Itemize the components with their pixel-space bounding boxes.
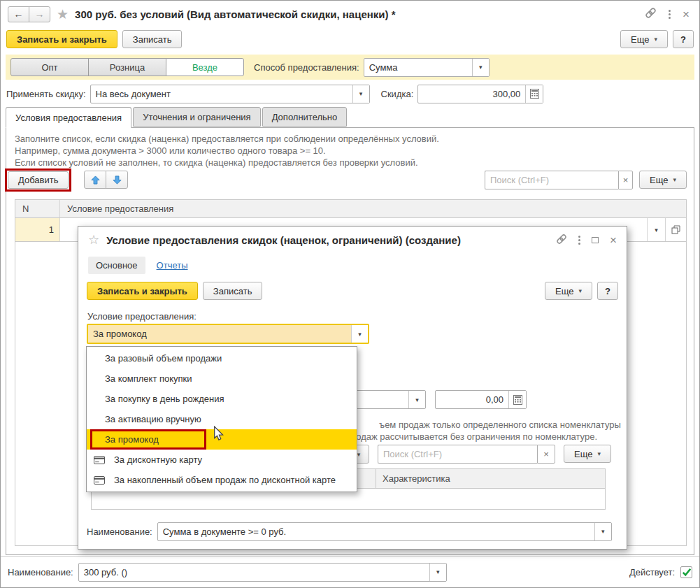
characteristic-column-header[interactable]: Характеристика: [376, 468, 606, 489]
scope-strip: Опт Розница Везде Способ предоставления:…: [6, 55, 694, 80]
dropdown-arrow-icon: ▾: [655, 227, 658, 234]
table-header: N Условие предоставления: [15, 199, 687, 218]
mouse-cursor-icon: [212, 426, 225, 443]
scope-option-opt[interactable]: Опт: [10, 58, 89, 76]
clear-search-button[interactable]: ×: [618, 171, 633, 189]
arrow-down-icon: [113, 175, 122, 185]
favorite-star-icon[interactable]: ★: [57, 8, 69, 21]
close-icon[interactable]: ×: [683, 8, 690, 20]
add-button[interactable]: Добавить: [8, 171, 69, 189]
row-number-cell: 1: [15, 218, 60, 241]
help-button[interactable]: ?: [673, 30, 694, 48]
scope-option-vezde[interactable]: Везде: [166, 58, 244, 76]
link-icon[interactable]: [645, 7, 657, 21]
dropdown-arrow-icon: ▾: [597, 450, 601, 457]
forward-arrow-icon: →: [35, 8, 45, 20]
dialog-help-button[interactable]: ?: [597, 282, 618, 300]
move-down-button[interactable]: [106, 171, 128, 189]
hint-line: Если список условий не заполнен, то скид…: [15, 157, 687, 168]
hint-line: Например, сумма документа > 3000 или кол…: [15, 145, 687, 157]
forward-button[interactable]: →: [29, 6, 50, 22]
menu-dots-icon[interactable]: [578, 236, 580, 245]
clear-search-button[interactable]: ×: [537, 445, 555, 464]
back-button[interactable]: ←: [8, 6, 29, 22]
more-button[interactable]: Еще▾: [620, 30, 668, 48]
dropdown-arrow-icon[interactable]: ▾: [408, 391, 425, 408]
discount-field[interactable]: 300,00: [417, 85, 543, 103]
cell-open-button[interactable]: [665, 218, 686, 241]
dialog-hint-fragment: ъем продаж только определенного списка н…: [379, 420, 621, 430]
dropdown-arrow-icon[interactable]: ▾: [352, 85, 369, 103]
nav-tab-otchety[interactable]: Отчеты: [157, 260, 188, 271]
dialog-hint-fragment: родаж рассчитывается без ограничения по …: [351, 431, 597, 442]
conditions-hint: Заполните список, если скидка (наценка) …: [6, 128, 694, 168]
calculator-icon: [513, 395, 522, 405]
main-footer: Наименование: 300 руб. () ▾ Действует:: [1, 556, 699, 587]
calculator-icon: [530, 89, 539, 99]
main-command-bar: Записать и закрыть Записать Еще▾ ?: [6, 29, 694, 50]
discount-card-icon: [94, 456, 105, 464]
link-icon[interactable]: [556, 234, 567, 247]
column-header-condition[interactable]: Условие предоставления: [60, 200, 686, 217]
method-value: Сумма: [364, 59, 472, 76]
name-label: Наименование:: [8, 567, 73, 578]
dialog-more-button[interactable]: Еще▾: [545, 282, 592, 300]
name-combo[interactable]: 300 руб. () ▾: [78, 563, 447, 582]
arrow-up-icon: [91, 175, 100, 185]
menu-dots-icon[interactable]: [669, 10, 671, 19]
dropdown-item[interactable]: За покупку в день рождения: [87, 389, 357, 409]
history-nav: ← →: [8, 6, 50, 22]
active-checkbox[interactable]: [680, 566, 692, 578]
dropdown-arrow-icon: ▾: [357, 451, 361, 458]
table-more-button[interactable]: Еще▾: [639, 171, 687, 189]
characteristic-table-header: Характеристика: [357, 468, 606, 489]
reorder-buttons: [84, 171, 128, 189]
dialog-name-row: Наименование: Сумма в документе >= 0 руб…: [87, 522, 618, 541]
nav-tab-osnovnoe[interactable]: Основное: [88, 257, 145, 274]
calculator-button[interactable]: [508, 391, 526, 408]
apply-combo[interactable]: На весь документ ▾: [90, 85, 370, 103]
scope-option-roznitsa[interactable]: Розница: [88, 58, 166, 76]
tab-usloviya-predostavleniya[interactable]: Условия предоставления: [6, 107, 131, 128]
cell-dropdown-button[interactable]: ▾: [647, 218, 665, 241]
dropdown-arrow-icon: ▾: [654, 36, 657, 43]
dialog-table-more-button[interactable]: Еще▾: [564, 445, 611, 463]
maximize-icon[interactable]: [592, 237, 599, 243]
discount-label: Скидка:: [381, 89, 414, 99]
move-up-button[interactable]: [84, 171, 106, 189]
application-window: ← → ★ 300 руб. без условий (Вид автомати…: [0, 0, 700, 588]
hint-line: Заполните список, если скидка (наценка) …: [15, 133, 687, 145]
dropdown-arrow-icon[interactable]: ▾: [351, 325, 368, 343]
dialog-name-label: Наименование:: [87, 526, 152, 537]
dropdown-arrow-icon[interactable]: ▾: [429, 564, 446, 581]
method-combo[interactable]: Сумма ▾: [364, 58, 490, 77]
dialog-save-and-close-button[interactable]: Записать и закрыть: [87, 282, 198, 300]
save-button[interactable]: Записать: [122, 30, 183, 48]
amount-field[interactable]: 0,00: [435, 390, 527, 409]
favorite-star-outline-icon[interactable]: ☆: [88, 234, 99, 246]
dropdown-item[interactable]: За комплект покупки: [87, 368, 357, 389]
search-input[interactable]: [485, 171, 618, 189]
dropdown-item[interactable]: За разовый объем продажи: [87, 348, 357, 368]
scope-segmented-control: Опт Розница Везде: [10, 58, 244, 76]
condition-type-combo[interactable]: За промокод ▾: [87, 324, 369, 344]
tab-utochneniya-i-ogranicheniya[interactable]: Уточнения и ограничения: [133, 107, 261, 127]
dropdown-arrow-icon[interactable]: ▾: [594, 523, 611, 540]
save-and-close-button[interactable]: Записать и закрыть: [6, 30, 117, 48]
add-button-highlight: Добавить: [5, 168, 71, 192]
dialog-save-button[interactable]: Записать: [203, 282, 263, 300]
condition-type-value: За промокод: [88, 325, 351, 343]
calculator-button[interactable]: [525, 85, 543, 103]
dropdown-item[interactable]: За накопленный объем продаж по дисконтно…: [87, 470, 357, 490]
dropdown-arrow-icon: ▾: [578, 287, 582, 294]
dialog-name-combo[interactable]: Сумма в документе >= 0 руб. ▾: [157, 522, 612, 541]
characteristic-icon-column: [357, 468, 376, 489]
dialog-search-input[interactable]: [378, 445, 537, 464]
dropdown-arrow-icon[interactable]: ▾: [472, 59, 489, 76]
tab-dopolnitelno[interactable]: Дополнительно: [262, 107, 348, 127]
dropdown-item[interactable]: За дисконтную карту: [87, 450, 357, 470]
column-header-n[interactable]: N: [15, 200, 60, 217]
apply-value: На весь документ: [91, 85, 352, 103]
active-label: Действует:: [629, 567, 675, 578]
close-icon[interactable]: ×: [610, 234, 617, 246]
